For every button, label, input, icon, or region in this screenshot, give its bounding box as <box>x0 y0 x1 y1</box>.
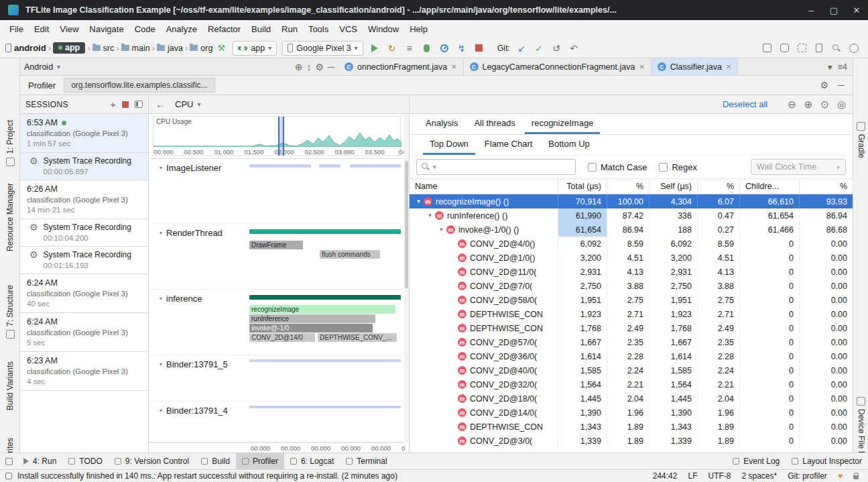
close-icon[interactable]: ✕ <box>451 63 456 70</box>
expand-icon[interactable]: ▼ <box>414 198 424 204</box>
recording-item[interactable]: ⚙System Trace Recording00:00:05.897 <box>20 153 148 180</box>
breadcrumb-app[interactable]: app <box>53 42 85 54</box>
table-row[interactable]: mCONV_2D@14/0(1,3901.961,3901.9600.00 <box>410 406 853 420</box>
breadcrumb-android[interactable]: android <box>5 43 46 53</box>
run-configuration-selector[interactable]: app ▾ <box>233 41 277 56</box>
tool-strip-7-structure[interactable]: 7: Structure <box>0 285 20 339</box>
hide-panel-icon[interactable]: ─ <box>328 62 334 72</box>
tool-strip-build-variants[interactable]: Build Variants <box>0 361 20 410</box>
column-header-1[interactable]: Total (µs) <box>558 179 607 194</box>
table-row[interactable]: mCONV_2D@1/0()3,2004.513,2004.5100.00 <box>410 251 853 265</box>
breadcrumb-main[interactable]: main <box>121 44 150 53</box>
profile-button[interactable] <box>436 40 452 56</box>
breadcrumb-org[interactable]: org <box>190 44 212 53</box>
wrench-icon[interactable]: ⚒ <box>213 40 229 56</box>
trace-event-chip[interactable]: DrawFrame <box>249 241 303 249</box>
gear-icon[interactable]: ⚙ <box>820 80 829 91</box>
close-button[interactable]: ✕ <box>845 0 868 20</box>
session-item[interactable]: 6:24 AMclassification (Google Pixel 3)40… <box>20 274 148 313</box>
thread-lane-inference[interactable]: ▾inferencerecognizeImagerunInferenceinvo… <box>149 290 404 355</box>
apply-changes-button[interactable]: ↻ <box>384 40 400 56</box>
trace-event-chip[interactable]: DEPTHWISE_CONV_... <box>318 333 397 342</box>
device-manager-icon[interactable] <box>759 40 775 56</box>
table-row[interactable]: mCONV_2D@4/0()6,0928.596,0928.5900.00 <box>410 237 853 251</box>
thread-lane-binder-13791-4[interactable]: ▾Binder:13791_4 <box>149 402 404 442</box>
tab-list-badge[interactable]: ≡4 <box>838 62 847 72</box>
close-icon[interactable]: ✕ <box>726 63 731 70</box>
caret-position[interactable]: 244:42 <box>653 471 678 481</box>
table-row[interactable]: mDEPTHWISE_CON1,3431.891,3431.8900.00 <box>410 420 853 434</box>
table-row[interactable]: mCONV_2D@3/0(1,3391.891,3391.8900.00 <box>410 434 853 448</box>
trace-event-chip[interactable]: runInference <box>249 314 375 323</box>
menu-view[interactable]: View <box>54 22 84 36</box>
git-history-button[interactable]: ↺ <box>548 40 564 56</box>
thread-lane-renderthread[interactable]: ▾RenderThreadDrawFrameflush commands <box>149 224 404 290</box>
column-header-0[interactable]: Name <box>410 179 558 194</box>
run-button[interactable] <box>367 40 383 56</box>
attach-debugger-button[interactable]: ↯ <box>454 40 470 56</box>
recording-item[interactable]: ⚙System Trace Recording00:01:16.193 <box>20 247 148 274</box>
tool-strip-resource-manager[interactable]: Resource Manager <box>0 183 20 251</box>
lock-icon[interactable] <box>853 475 859 479</box>
column-header-4[interactable]: % <box>698 179 740 194</box>
back-arrow-icon[interactable]: ← <box>156 99 166 110</box>
thread-lane-binder-13791-5[interactable]: ▾Binder:13791_5 <box>149 355 404 402</box>
menu-refactor[interactable]: Refactor <box>202 22 246 36</box>
editor-tab-legacycameraconnectionfragment-java[interactable]: CLegacyCameraConnectionFragment.java✕ <box>464 58 652 75</box>
tool-window-button-todo[interactable]: TODO <box>62 453 108 469</box>
gear-icon[interactable]: ⚙ <box>316 62 324 72</box>
new-session-button[interactable]: + <box>110 99 116 110</box>
layout-inspector-icon[interactable] <box>811 40 827 56</box>
tab-analysis[interactable]: Analysis <box>419 114 464 134</box>
tab-all-threads[interactable]: All threads <box>467 114 521 134</box>
subtab-top-down[interactable]: Top Down <box>423 135 475 155</box>
tab-recognizeimage[interactable]: recognizeImage <box>525 114 601 134</box>
tool-window-switcher-icon[interactable] <box>5 458 13 465</box>
tool-window-button-9-version-control[interactable]: 9: Version Control <box>109 453 195 469</box>
zoom-to-selection-icon[interactable]: ◎ <box>837 99 846 111</box>
menu-edit[interactable]: Edit <box>29 22 54 36</box>
expand-icon[interactable]: ▼ <box>436 227 446 233</box>
stop-button[interactable] <box>471 40 487 56</box>
table-row[interactable]: ▼minvoke@-1/0() ()61,65486.941880.2761,4… <box>410 223 853 237</box>
editor-tab-classifier-java[interactable]: CClassifier.java✕ <box>652 58 739 75</box>
git-commit-button[interactable]: ✓ <box>531 40 547 56</box>
menu-build[interactable]: Build <box>246 22 276 36</box>
menu-analyze[interactable]: Analyze <box>161 22 202 36</box>
collapse-icon[interactable]: ▾ <box>160 296 162 302</box>
avatar[interactable] <box>846 40 862 56</box>
emulator-icon[interactable] <box>776 40 792 56</box>
subtab-bottom-up[interactable]: Bottom Up <box>542 135 596 155</box>
zoom-in-icon[interactable]: ⊕ <box>804 99 813 111</box>
zoom-out-icon[interactable]: ⊖ <box>788 99 796 111</box>
tool-window-button-profiler[interactable]: Profiler <box>236 453 284 469</box>
line-ending[interactable]: LF <box>688 471 697 481</box>
indent-setting[interactable]: 2 spaces* <box>741 471 777 481</box>
reset-zoom-icon[interactable]: ⊙ <box>820 99 829 111</box>
table-row[interactable]: mCONV_2D@11/0(2,9314.132,9314.1300.00 <box>410 265 853 279</box>
profiler-kind-selector[interactable]: CPU ▾ <box>175 99 200 109</box>
tool-window-button-build[interactable]: Build <box>195 453 236 469</box>
table-row[interactable]: mCONV_2D@58/0(1,9512.751,9512.7500.00 <box>410 293 853 307</box>
menu-navigate[interactable]: Navigate <box>84 22 129 36</box>
git-rollback-button[interactable]: ↶ <box>566 40 582 56</box>
menu-vcs[interactable]: VCS <box>334 22 363 36</box>
table-row[interactable]: mDEPTHWISE_CON1,7682.491,7682.4900.00 <box>410 321 853 335</box>
profiler-tool-tab[interactable]: Profiler <box>28 80 56 91</box>
close-icon[interactable]: ✕ <box>639 63 644 70</box>
table-row[interactable]: mCONV_2D@7/0(2,7503.882,7503.8800.00 <box>410 279 853 293</box>
collapse-icon[interactable]: ▾ <box>160 230 162 236</box>
subtab-flame-chart[interactable]: Flame Chart <box>478 135 540 155</box>
trace-event-chip[interactable]: flush commands <box>320 250 380 259</box>
trace-event-chip[interactable]: recognizeImage <box>249 305 395 314</box>
table-row[interactable]: ▼mrunInference() ()61,99087.423360.4761,… <box>410 208 853 223</box>
status-message[interactable]: Install successfully finished in 140 ms.… <box>17 471 397 481</box>
project-view-selector[interactable]: Android <box>24 62 53 72</box>
regex-checkbox[interactable]: Regex <box>659 162 697 172</box>
breadcrumb-src[interactable]: src <box>92 44 115 53</box>
collapse-icon[interactable]: ▾ <box>160 361 162 367</box>
session-item[interactable]: 6:26 AMclassification (Google Pixel 3)14… <box>20 180 148 219</box>
table-row[interactable]: mCONV_2D@18/0(1,4452.041,4452.0400.00 <box>410 391 853 406</box>
device-selector[interactable]: Google Pixel 3 ▾ <box>282 41 363 56</box>
profiler-session-tab[interactable]: org.tensorflow.lite.examples.classific..… <box>64 78 214 93</box>
